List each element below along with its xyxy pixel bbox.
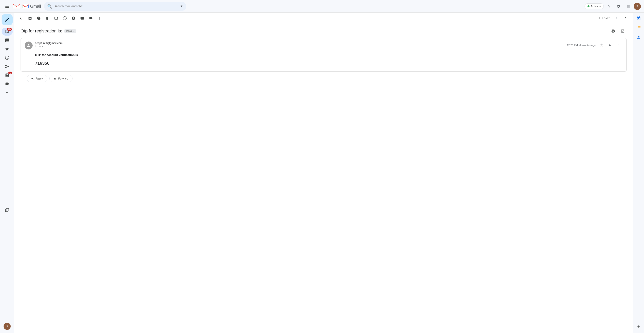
- otp-label: OTP for account verification is: [35, 53, 612, 57]
- reply-button[interactable]: Reply: [27, 75, 47, 82]
- calendar-panel-icon[interactable]: [635, 14, 642, 22]
- reply-row: Reply Forward: [20, 72, 626, 87]
- email-subject-row: Otp for registration is: Inbox ✕: [20, 27, 626, 35]
- email-timestamp: 12:23 PM (0 minutes ago): [567, 44, 596, 47]
- active-chevron-icon: ▾: [599, 5, 601, 8]
- email-toolbar: 1 of 5,481: [14, 13, 633, 24]
- sidebar-item-spaces[interactable]: [2, 206, 13, 214]
- hamburger-menu-button[interactable]: [3, 2, 11, 10]
- star-button[interactable]: [598, 42, 605, 49]
- sidebar-item-snoozed[interactable]: [2, 54, 13, 62]
- apps-button[interactable]: [624, 2, 632, 10]
- sidebar-item-more[interactable]: [2, 89, 13, 97]
- active-dot: [588, 5, 590, 7]
- email-meta: acaptureit@gmail.com to me ▾: [35, 42, 564, 48]
- search-icon: 🔍: [47, 4, 52, 9]
- inbox-badge: 99+: [7, 28, 12, 31]
- email-subject: Otp for registration is:: [20, 29, 62, 34]
- app-body: 99+ 1 S: [0, 13, 644, 333]
- mark-unread-button[interactable]: [52, 14, 60, 22]
- tasks-panel-icon[interactable]: [635, 24, 642, 32]
- report-spam-button[interactable]: [35, 14, 43, 22]
- to-me-chevron-icon: ▾: [42, 45, 44, 48]
- more-options-button[interactable]: [96, 14, 104, 22]
- gmail-wordmark: Gmail: [30, 4, 41, 9]
- search-input[interactable]: [54, 5, 178, 8]
- email-card: acaptureit@gmail.com to me ▾ 12:23 PM (0…: [20, 38, 626, 72]
- email-view: Otp for registration is: Inbox ✕: [14, 24, 633, 333]
- email-actions: 12:23 PM (0 minutes ago): [567, 42, 622, 49]
- drafts-badge: 1: [8, 72, 12, 74]
- sidebar-item-starred[interactable]: [2, 45, 13, 53]
- svg-rect-2: [5, 7, 9, 8]
- snooze-button[interactable]: [61, 14, 69, 22]
- sidebar-user-avatar[interactable]: S: [4, 323, 11, 330]
- otp-code: 716356: [35, 60, 612, 67]
- back-button[interactable]: [18, 14, 25, 22]
- inbox-tag: Inbox ✕: [64, 29, 76, 33]
- sidebar: 99+ 1 S: [0, 13, 14, 333]
- active-status-button[interactable]: Active ▾: [584, 3, 604, 9]
- right-panel: [633, 13, 644, 333]
- active-label: Active: [591, 5, 598, 8]
- sender-email: acaptureit@gmail.com: [35, 42, 564, 45]
- email-header: acaptureit@gmail.com to me ▾ 12:23 PM (0…: [21, 38, 626, 53]
- more-email-options-button[interactable]: [615, 42, 622, 49]
- header-right: Active ▾ ? S: [584, 2, 641, 10]
- compose-button[interactable]: [2, 14, 13, 25]
- open-new-window-button[interactable]: [619, 27, 626, 35]
- sidebar-item-labels[interactable]: [2, 80, 13, 88]
- account-avatar[interactable]: S: [634, 3, 641, 10]
- inbox-tag-label: Inbox: [66, 30, 72, 33]
- pagination: 1 of 5,481: [598, 14, 630, 22]
- reply-button-label: Reply: [36, 77, 43, 80]
- forward-button-label: Forward: [58, 77, 68, 80]
- sidebar-item-drafts[interactable]: 1: [2, 71, 13, 79]
- add-task-button[interactable]: [70, 14, 78, 22]
- svg-rect-1: [5, 6, 9, 7]
- move-to-button[interactable]: [78, 14, 86, 22]
- sender-avatar: [25, 42, 32, 50]
- sidebar-item-inbox[interactable]: 99+: [2, 28, 13, 36]
- settings-button[interactable]: [615, 2, 623, 10]
- contacts-panel-icon[interactable]: [635, 33, 642, 41]
- sidebar-item-chat[interactable]: [2, 36, 13, 44]
- search-options-icon[interactable]: ▼: [180, 5, 183, 8]
- to-me-label[interactable]: to me ▾: [35, 45, 564, 48]
- print-button[interactable]: [609, 27, 617, 35]
- forward-button[interactable]: Forward: [50, 75, 72, 82]
- pagination-label: 1 of 5,481: [598, 17, 611, 20]
- gmail-logo: Gmail: [13, 4, 41, 9]
- next-email-button[interactable]: [622, 14, 630, 22]
- delete-button[interactable]: [44, 14, 51, 22]
- archive-button[interactable]: [26, 14, 34, 22]
- add-panel-button[interactable]: [635, 323, 642, 331]
- sidebar-item-sent[interactable]: [2, 63, 13, 70]
- help-button[interactable]: ?: [605, 2, 613, 10]
- prev-email-button[interactable]: [612, 14, 620, 22]
- email-body: OTP for account verification is 716356: [21, 53, 626, 71]
- svg-rect-0: [5, 5, 9, 5]
- top-header: Gmail 🔍 ▼ Active ▾ ? S: [0, 0, 644, 13]
- inbox-tag-close-icon[interactable]: ✕: [73, 30, 74, 32]
- reply-button-header[interactable]: [607, 42, 614, 49]
- search-bar: 🔍 ▼: [44, 2, 186, 11]
- labels-button[interactable]: [87, 14, 95, 22]
- main-content: 1 of 5,481 Otp for registration is: Inbo…: [14, 13, 633, 333]
